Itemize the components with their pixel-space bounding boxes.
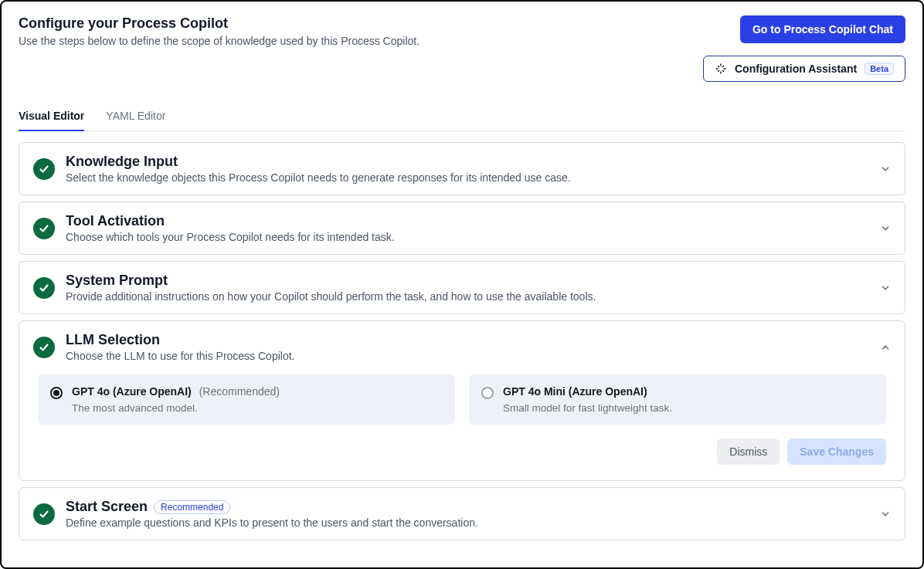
section-title: LLM Selection — [66, 332, 869, 348]
check-icon — [33, 218, 55, 239]
chevron-down-icon — [880, 283, 891, 293]
llm-option-gpt4o-mini[interactable]: GPT 4o Mini (Azure OpenAI) Small model f… — [469, 374, 886, 425]
section-header-prompt[interactable]: System Prompt Provide additional instruc… — [19, 262, 905, 313]
go-to-chat-button[interactable]: Go to Process Copilot Chat — [740, 15, 905, 43]
editor-tabs: Visual Editor YAML Editor — [19, 103, 905, 131]
radio-selected-icon — [50, 387, 63, 399]
section-header-knowledge[interactable]: Knowledge Input Select the knowledge obj… — [19, 143, 905, 195]
page-subtitle: Use the steps below to define the scope … — [19, 35, 691, 47]
chevron-down-icon — [880, 223, 891, 234]
llm-option-gpt4o[interactable]: GPT 4o (Azure OpenAI) (Recommended) The … — [38, 374, 455, 425]
config-assistant-button[interactable]: Configuration Assistant Beta — [703, 56, 905, 82]
check-icon — [33, 277, 55, 299]
beta-badge: Beta — [865, 63, 894, 75]
llm-option-name: GPT 4o Mini (Azure OpenAI) — [503, 385, 647, 398]
section-desc: Select the knowledge objects this Proces… — [66, 171, 869, 184]
section-desc: Choose which tools your Process Copilot … — [66, 231, 869, 243]
section-knowledge-input: Knowledge Input Select the knowledge obj… — [19, 142, 905, 195]
check-icon — [33, 503, 55, 525]
section-header-llm[interactable]: LLM Selection Choose the LLM to use for … — [19, 321, 905, 373]
llm-option-name: GPT 4o (Azure OpenAI) — [72, 385, 192, 398]
section-llm-selection: LLM Selection Choose the LLM to use for … — [19, 320, 905, 481]
config-assistant-label: Configuration Assistant — [735, 63, 857, 75]
save-changes-button[interactable]: Save Changes — [787, 439, 886, 465]
tab-visual-editor[interactable]: Visual Editor — [19, 103, 84, 131]
section-start-screen: Start Screen Recommended Define example … — [19, 487, 905, 540]
section-title: Knowledge Input — [66, 154, 869, 170]
llm-option-desc: The most advanced model. — [72, 402, 280, 414]
llm-recommended-label: (Recommended) — [199, 385, 280, 398]
recommended-badge: Recommended — [154, 500, 230, 514]
section-header-tool[interactable]: Tool Activation Choose which tools your … — [19, 202, 905, 254]
section-title: Start Screen Recommended — [66, 499, 869, 515]
section-desc: Provide additional instructions on how y… — [66, 290, 869, 303]
section-title: Tool Activation — [66, 213, 869, 229]
chevron-up-icon — [880, 342, 891, 353]
page-title: Configure your Process Copilot — [19, 15, 691, 32]
section-header-start[interactable]: Start Screen Recommended Define example … — [19, 488, 905, 540]
tab-yaml-editor[interactable]: YAML Editor — [106, 103, 165, 131]
sparkle-icon — [715, 63, 727, 75]
chevron-down-icon — [880, 164, 891, 174]
chevron-down-icon — [880, 509, 891, 520]
section-desc: Choose the LLM to use for this Process C… — [66, 350, 869, 362]
check-icon — [33, 337, 55, 358]
section-system-prompt: System Prompt Provide additional instruc… — [19, 261, 905, 314]
section-title-text: Start Screen — [66, 499, 148, 515]
check-icon — [33, 158, 55, 180]
section-tool-activation: Tool Activation Choose which tools your … — [19, 202, 905, 255]
section-desc: Define example questions and KPIs to pre… — [66, 517, 869, 529]
radio-unselected-icon — [481, 387, 494, 399]
section-title: System Prompt — [66, 273, 869, 289]
llm-option-desc: Small model for fast lightweight task. — [503, 402, 672, 414]
dismiss-button[interactable]: Dismiss — [717, 439, 780, 465]
